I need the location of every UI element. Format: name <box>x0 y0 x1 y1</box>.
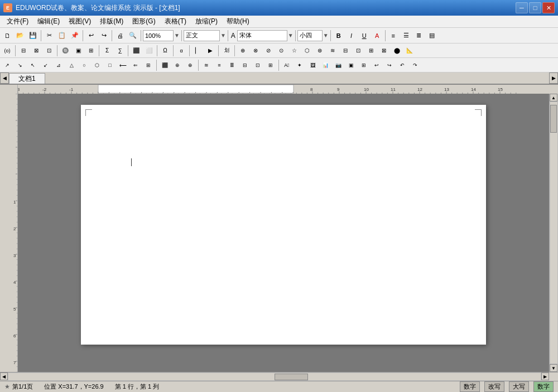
btn-align-right[interactable]: ≣ <box>413 30 425 42</box>
tb2-05[interactable]: 🔘 <box>59 45 71 57</box>
btn-font-color[interactable]: A <box>371 30 383 42</box>
status-mode-num[interactable]: 数字 <box>533 381 554 392</box>
btn-undo[interactable]: ↩ <box>85 30 97 42</box>
font-arrow[interactable]: ▼ <box>288 32 294 38</box>
tb3-30[interactable]: ↪ <box>383 59 396 71</box>
hscroll-thumb[interactable] <box>275 374 308 380</box>
menu-help[interactable]: 帮助(H) <box>222 16 254 27</box>
tb2-29[interactable]: ⬤ <box>391 45 403 57</box>
vscroll-down-btn[interactable]: ▼ <box>550 364 557 372</box>
tb2-14[interactable]: ▏ <box>191 45 204 57</box>
tb2-08[interactable]: Σ <box>101 45 113 57</box>
tb3-02[interactable]: ↘ <box>14 59 26 71</box>
status-mode-number[interactable]: 数字 <box>460 381 480 392</box>
tb2-15[interactable]: ▶ <box>204 45 217 57</box>
tb3-09[interactable]: □ <box>104 59 116 71</box>
btn-new[interactable]: 🗋 <box>1 30 13 42</box>
vscroll-thumb[interactable] <box>550 105 557 133</box>
tb3-12[interactable]: ⊞ <box>142 59 155 71</box>
style-arrow[interactable]: ▼ <box>220 32 226 38</box>
tb3-14[interactable]: ⊕ <box>171 59 184 71</box>
btn-print[interactable]: 🖨 <box>114 30 126 42</box>
tb3-15[interactable]: ⊕ <box>184 59 196 71</box>
tb2-30[interactable]: 📐 <box>403 45 416 57</box>
tb3-29[interactable]: ↩ <box>371 59 383 71</box>
tb3-31[interactable]: ↶ <box>396 59 408 71</box>
tb2-21[interactable]: ☆ <box>288 45 300 57</box>
tb2-27[interactable]: ⊞ <box>365 45 377 57</box>
tab-nav-left[interactable]: ◀ <box>0 72 9 84</box>
tb2-25[interactable]: ⊟ <box>339 45 352 57</box>
tb3-08[interactable]: ⬡ <box>91 59 103 71</box>
menu-graphics[interactable]: 图形(G) <box>128 16 160 27</box>
size-arrow[interactable]: ▼ <box>323 32 329 38</box>
btn-redo[interactable]: ↪ <box>98 30 110 42</box>
tb2-12[interactable]: Ω <box>159 45 171 57</box>
font-input[interactable] <box>237 30 287 41</box>
btn-align-center[interactable]: ☰ <box>400 30 412 42</box>
btn-italic[interactable]: I <box>345 30 358 42</box>
tb2-11[interactable]: ⬜ <box>143 45 155 57</box>
close-button[interactable]: ✕ <box>542 2 555 13</box>
btn-align-left[interactable]: ≡ <box>387 30 400 42</box>
menu-zoom[interactable]: 放缩(P) <box>191 16 222 27</box>
tb3-23[interactable]: ✦ <box>294 59 306 71</box>
tb3-18[interactable]: ≣ <box>226 59 238 71</box>
tb3-13[interactable]: ⬛ <box>158 59 171 71</box>
tb3-10[interactable]: ⟵ <box>117 59 129 71</box>
tb3-11[interactable]: ⇐ <box>129 59 142 71</box>
menu-layout[interactable]: 排版(M) <box>95 16 128 27</box>
menu-view[interactable]: 视图(V) <box>64 16 95 27</box>
tb3-21[interactable]: ⊞ <box>264 59 277 71</box>
horizontal-scrollbar[interactable]: ◀ ▶ <box>0 372 558 381</box>
zoom-input[interactable] <box>143 30 174 41</box>
style-input[interactable] <box>184 30 220 41</box>
document-scroll-area[interactable] <box>18 94 549 372</box>
btn-copy[interactable]: 📋 <box>56 30 68 42</box>
size-input[interactable] <box>297 30 323 41</box>
hscroll-left-btn[interactable]: ◀ <box>0 372 8 380</box>
tb3-03[interactable]: ↖ <box>27 59 39 71</box>
btn-cut[interactable]: ✂ <box>43 30 55 42</box>
tb2-02[interactable]: ⊟ <box>17 45 30 57</box>
status-mode-overwrite[interactable]: 改写 <box>484 381 504 392</box>
zoom-arrow[interactable]: ▼ <box>174 32 180 38</box>
restore-button[interactable]: □ <box>529 2 541 13</box>
tb2-26[interactable]: ⊡ <box>352 45 364 57</box>
tb2-06[interactable]: ▣ <box>72 45 84 57</box>
document-page[interactable] <box>81 105 486 345</box>
tb2-13[interactable]: α <box>175 45 187 57</box>
tb2-09[interactable]: ∑ <box>114 45 126 57</box>
tb2-01[interactable]: (ο) <box>1 45 13 57</box>
tb2-19[interactable]: ⊘ <box>262 45 275 57</box>
status-mode-caps[interactable]: 大写 <box>509 381 529 392</box>
minimize-button[interactable]: ─ <box>516 2 528 13</box>
tb3-01[interactable]: ↗ <box>1 59 13 71</box>
tb2-18[interactable]: ⊗ <box>249 45 262 57</box>
tb2-07[interactable]: ⊞ <box>85 45 97 57</box>
tb2-16[interactable]: 划 <box>220 45 233 57</box>
tb3-32[interactable]: ↷ <box>409 59 421 71</box>
tb2-23[interactable]: ⊛ <box>314 45 326 57</box>
menu-edit[interactable]: 编辑(E) <box>33 16 64 27</box>
tb3-06[interactable]: △ <box>65 59 78 71</box>
text-cursor-area[interactable] <box>131 158 132 166</box>
btn-open[interactable]: 📂 <box>14 30 26 42</box>
vscroll-up-btn[interactable]: ▲ <box>550 94 557 101</box>
tb3-19[interactable]: ⊟ <box>239 59 251 71</box>
tb2-22[interactable]: ⬡ <box>301 45 313 57</box>
tb3-16[interactable]: ≋ <box>200 59 213 71</box>
tab-doc1[interactable]: 文档1 <box>9 73 45 84</box>
tb3-04[interactable]: ↙ <box>40 59 52 71</box>
btn-preview[interactable]: 🔍 <box>127 30 139 42</box>
btn-justify[interactable]: ▤ <box>426 30 438 42</box>
tb2-28[interactable]: ⊠ <box>378 45 390 57</box>
tb2-20[interactable]: ⊙ <box>275 45 287 57</box>
btn-underline[interactable]: U <box>358 30 371 42</box>
menu-table[interactable]: 表格(T) <box>160 16 191 27</box>
tb3-25[interactable]: 📊 <box>319 59 331 71</box>
tb3-22[interactable]: A⃝ <box>281 59 293 71</box>
tb2-17[interactable]: ⊕ <box>237 45 249 57</box>
tb3-05[interactable]: ⊿ <box>52 59 65 71</box>
tb2-04[interactable]: ⊡ <box>43 45 55 57</box>
